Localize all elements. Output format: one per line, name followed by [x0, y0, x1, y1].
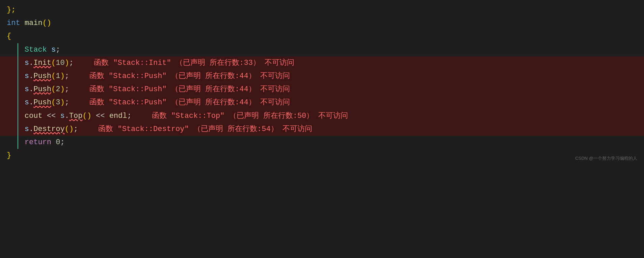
fn-destroy: Destroy	[33, 123, 64, 135]
fn-cout: cout	[25, 110, 43, 122]
fn-endl: endl	[109, 110, 127, 122]
line-push3: s . Push ( 3 ) ; 函数 "Stack::Push" （已声明 所…	[0, 96, 644, 109]
fn-init: Init	[33, 57, 51, 69]
paren-open: (	[43, 17, 47, 29]
paren-open: (	[82, 110, 87, 122]
line-main-decl: int main ( )	[0, 17, 644, 30]
num-10: 10	[56, 57, 64, 69]
keyword-return: return	[25, 136, 51, 148]
var-s: s	[25, 57, 29, 69]
dot: .	[29, 57, 33, 69]
paren-open: (	[51, 97, 56, 108]
error-msg-top: 函数 "Stack::Top" （已声明 所在行数:50） 不可访问	[152, 110, 348, 122]
line-init: s . Init ( 10 ) ; 函数 "Stack::Init" （已声明 …	[0, 56, 644, 70]
paren-close: )	[60, 97, 64, 108]
type-stack: Stack	[25, 44, 47, 56]
var-s3: s	[25, 123, 29, 135]
line-cout: cout << s . Top ( ) << endl ; 函数 "Stack:…	[0, 109, 644, 123]
semicolon: ;	[74, 123, 78, 135]
error-msg-destroy: 函数 "Stack::Destroy" （已声明 所在行数:54） 不可访问	[98, 123, 312, 135]
paren-close: )	[60, 83, 64, 95]
keyword-int: int	[7, 17, 20, 29]
fn-push2: Push	[33, 83, 51, 95]
var-s: s	[25, 83, 29, 95]
paren-close: )	[69, 123, 74, 135]
indent	[7, 97, 25, 108]
paren-close: )	[65, 57, 69, 69]
brace-close: }	[7, 150, 11, 161]
fn-main: main	[25, 17, 43, 29]
var-s: s	[25, 97, 29, 108]
var-s: s	[51, 44, 56, 56]
semicolon: ;	[127, 110, 131, 122]
space	[56, 110, 60, 122]
paren-open: (	[51, 57, 56, 69]
semicolon: ;	[56, 44, 60, 56]
space	[43, 110, 47, 122]
paren-open: (	[51, 70, 56, 82]
line-push1: s . Push ( 1 ) ; 函数 "Stack::Push" （已声明 所…	[0, 70, 644, 83]
num-3: 3	[56, 97, 60, 108]
line-prev: };	[0, 3, 644, 17]
line-open-brace: {	[0, 30, 644, 43]
indent	[7, 57, 25, 69]
op-stream2: <<	[96, 110, 105, 122]
error-msg-push2: 函数 "Stack::Push" （已声明 所在行数:44） 不可访问	[89, 83, 290, 95]
watermark: CSDN @一个努力学习编程的人	[575, 155, 637, 162]
line-stack-decl: Stack s ;	[0, 43, 644, 56]
space	[47, 44, 51, 56]
dot: .	[29, 123, 33, 135]
space	[20, 17, 25, 29]
semicolon: ;	[65, 70, 69, 82]
paren-close: )	[47, 17, 51, 29]
line-push2: s . Push ( 2 ) ; 函数 "Stack::Push" （已声明 所…	[0, 83, 644, 96]
dot: .	[29, 70, 33, 82]
dot: .	[29, 83, 33, 95]
code-editor: }; int main ( ) { Stack s ; s . Init ( 1…	[0, 0, 644, 165]
num-2: 2	[56, 83, 60, 95]
dot: .	[65, 110, 69, 122]
space	[51, 136, 56, 148]
line-destroy: s . Destroy ( ) ; 函数 "Stack::Destroy" （已…	[0, 123, 644, 136]
semicolon: ;	[60, 136, 64, 148]
indent	[7, 70, 25, 82]
indent	[7, 44, 25, 56]
error-msg-init: 函数 "Stack::Init" （已声明 所在行数:33） 不可访问	[94, 57, 294, 69]
fn-top: Top	[69, 110, 83, 122]
paren-close: )	[60, 70, 64, 82]
var-s2: s	[60, 110, 64, 122]
paren-open: (	[65, 123, 69, 135]
indent	[7, 83, 25, 95]
paren-open: (	[51, 83, 56, 95]
space	[105, 110, 109, 122]
indent	[7, 110, 25, 122]
semicolon: ;	[69, 57, 74, 69]
line-return: return 0 ;	[0, 136, 644, 149]
line-close-brace: }	[0, 149, 644, 162]
fn-push3: Push	[33, 97, 51, 108]
space	[91, 110, 96, 122]
paren-close: )	[87, 110, 91, 122]
semicolon: ;	[65, 97, 69, 108]
var-s: s	[25, 70, 29, 82]
code-text: };	[7, 4, 16, 16]
error-msg-push1: 函数 "Stack::Push" （已声明 所在行数:44） 不可访问	[89, 70, 290, 82]
fn-push: Push	[33, 70, 51, 82]
op-stream1: <<	[47, 110, 56, 122]
error-msg-push3: 函数 "Stack::Push" （已声明 所在行数:44） 不可访问	[89, 97, 290, 108]
indent	[7, 136, 25, 148]
num-1: 1	[56, 70, 60, 82]
brace-open: {	[7, 30, 11, 42]
indent	[7, 123, 25, 135]
dot: .	[29, 97, 33, 108]
num-0: 0	[56, 136, 60, 148]
semicolon: ;	[65, 83, 69, 95]
